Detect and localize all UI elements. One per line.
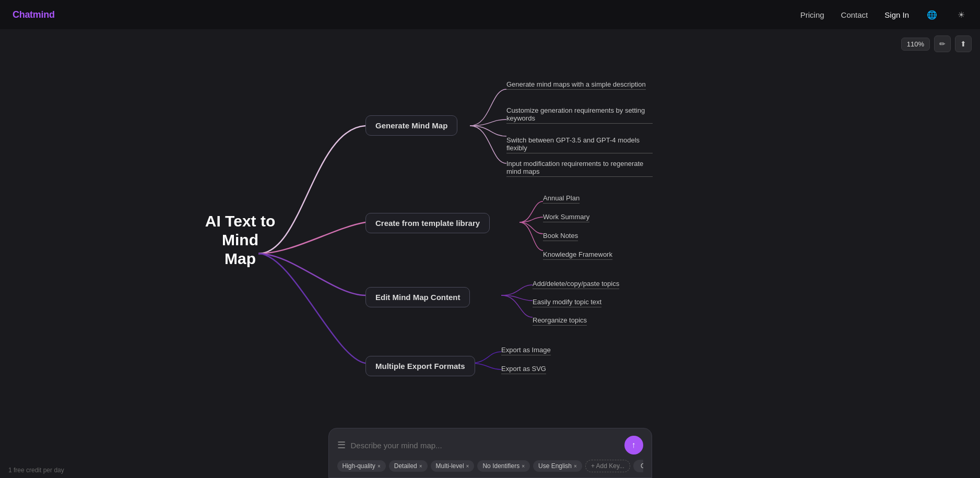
tag-use-english: Use English × [533, 460, 582, 472]
gpt-model-select[interactable]: GPT-3.5 ∨ GPT-4 [633, 460, 643, 472]
leaf-template-3: Knowledge Framework [543, 250, 612, 260]
branch-generate: Generate Mind Map [365, 115, 457, 136]
leaf-edit-1: Easily modify topic text [533, 298, 601, 307]
theme-icon[interactable]: ☀ [955, 8, 967, 21]
nav: Pricing Contact Sign In 🌐 ☀ [800, 8, 967, 21]
root-node: AI Text to MindMap [188, 212, 292, 268]
leaf-template-1: Work Summary [543, 213, 589, 222]
describe-input[interactable] [351, 441, 619, 450]
branch-edit: Edit Mind Map Content [365, 287, 470, 307]
canvas: AI Text to MindMap Generate Mind Map Gen… [0, 29, 980, 478]
tags-row: High-quality × Detailed × Multi-level × … [337, 460, 643, 477]
send-button[interactable]: ↑ [624, 436, 643, 455]
remove-tag-use-english[interactable]: × [574, 463, 577, 469]
leaf-export-0: Export as Image [501, 346, 551, 355]
mind-map-svg [0, 29, 980, 478]
logo: Chatmind [13, 9, 55, 20]
tag-no-identifiers: No Identifiers × [477, 460, 530, 472]
leaf-generate-1: Customize generation requirements by set… [506, 106, 653, 124]
edit-icon[interactable]: ✏ [934, 35, 951, 52]
leaf-template-0: Annual Plan [543, 194, 580, 204]
leaf-export-1: Export as SVG [501, 365, 546, 374]
remove-tag-detailed[interactable]: × [419, 463, 422, 469]
branch-template: Create from template library [365, 213, 490, 233]
remove-tag-multi-level[interactable]: × [466, 463, 469, 469]
doc-icon: ☰ [337, 439, 346, 451]
leaf-edit-2: Reorganize topics [533, 316, 587, 326]
leaf-edit-0: Add/delete/copy/paste topics [533, 280, 619, 289]
zoom-level[interactable]: 110% [901, 38, 930, 51]
input-bar: ☰ ↑ High-quality × Detailed × Multi-leve… [328, 428, 652, 478]
remove-tag-high-quality[interactable]: × [377, 463, 381, 469]
leaf-template-2: Book Notes [543, 232, 578, 241]
remove-tag-no-identifiers[interactable]: × [522, 463, 525, 469]
header: Chatmind Pricing Contact Sign In 🌐 ☀ [0, 0, 980, 29]
free-credit: 1 free credit per day [8, 467, 64, 474]
nav-signin[interactable]: Sign In [884, 10, 909, 19]
leaf-generate-3: Input modification requirements to regen… [506, 160, 653, 177]
nav-contact[interactable]: Contact [841, 10, 868, 19]
globe-icon[interactable]: 🌐 [926, 8, 938, 21]
tag-detailed: Detailed × [389, 460, 428, 472]
tag-multi-level: Multi-level × [431, 460, 475, 472]
export-icon[interactable]: ⬆ [955, 35, 972, 52]
input-row: ☰ ↑ [337, 436, 643, 455]
leaf-generate-2: Switch between GPT-3.5 and GPT-4 models … [506, 136, 653, 153]
tag-high-quality: High-quality × [337, 460, 386, 472]
nav-pricing[interactable]: Pricing [800, 10, 824, 19]
send-icon: ↑ [632, 440, 636, 450]
leaf-generate-0: Generate mind maps with a simple descrip… [506, 80, 646, 90]
branch-export: Multiple Export Formats [365, 356, 475, 376]
add-keyword-button[interactable]: + Add Key... [585, 460, 630, 472]
toolbar: 110% ✏ ⬆ [901, 35, 972, 52]
